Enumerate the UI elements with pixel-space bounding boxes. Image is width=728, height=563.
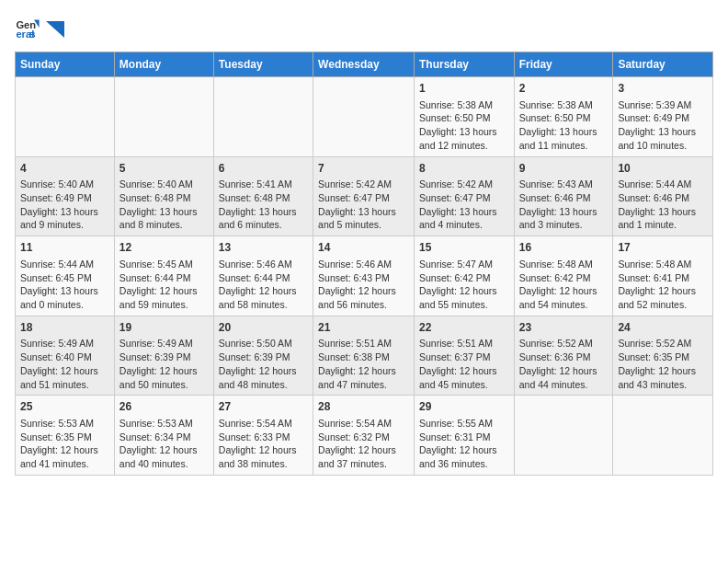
day-info: Sunrise: 5:54 AM Sunset: 6:32 PM Dayligh… [318, 417, 409, 471]
calendar-cell: 10Sunrise: 5:44 AM Sunset: 6:46 PM Dayli… [613, 156, 713, 236]
day-number: 22 [419, 320, 509, 336]
calendar-cell: 26Sunrise: 5:53 AM Sunset: 6:34 PM Dayli… [114, 396, 213, 476]
calendar-cell: 8Sunrise: 5:42 AM Sunset: 6:47 PM Daylig… [414, 156, 514, 236]
day-info: Sunrise: 5:55 AM Sunset: 6:31 PM Dayligh… [419, 417, 509, 471]
calendar-cell: 19Sunrise: 5:49 AM Sunset: 6:39 PM Dayli… [114, 316, 213, 396]
calendar-cell [213, 77, 313, 157]
day-number: 13 [219, 240, 308, 256]
header-day-wednesday: Wednesday [313, 52, 415, 77]
calendar-cell: 2Sunrise: 5:38 AM Sunset: 6:50 PM Daylig… [514, 77, 613, 157]
day-info: Sunrise: 5:49 AM Sunset: 6:39 PM Dayligh… [119, 337, 209, 391]
day-number: 23 [519, 320, 609, 336]
day-info: Sunrise: 5:40 AM Sunset: 6:48 PM Dayligh… [119, 178, 209, 232]
day-info: Sunrise: 5:42 AM Sunset: 6:47 PM Dayligh… [419, 178, 509, 232]
day-info: Sunrise: 5:51 AM Sunset: 6:38 PM Dayligh… [318, 337, 409, 391]
day-info: Sunrise: 5:53 AM Sunset: 6:35 PM Dayligh… [20, 417, 109, 471]
day-info: Sunrise: 5:48 AM Sunset: 6:42 PM Dayligh… [519, 258, 609, 312]
day-number: 7 [318, 161, 409, 177]
day-info: Sunrise: 5:52 AM Sunset: 6:36 PM Dayligh… [519, 337, 609, 391]
day-number: 8 [419, 161, 509, 177]
calendar-cell: 4Sunrise: 5:40 AM Sunset: 6:49 PM Daylig… [16, 156, 115, 236]
day-info: Sunrise: 5:44 AM Sunset: 6:46 PM Dayligh… [618, 178, 708, 232]
calendar-cell: 9Sunrise: 5:43 AM Sunset: 6:46 PM Daylig… [514, 156, 613, 236]
day-number: 15 [419, 240, 509, 256]
day-number: 27 [219, 399, 308, 415]
calendar-cell [514, 396, 613, 476]
day-info: Sunrise: 5:52 AM Sunset: 6:35 PM Dayligh… [618, 337, 708, 391]
day-info: Sunrise: 5:43 AM Sunset: 6:46 PM Dayligh… [519, 178, 609, 232]
day-info: Sunrise: 5:46 AM Sunset: 6:43 PM Dayligh… [318, 258, 409, 312]
day-number: 29 [419, 399, 509, 415]
day-number: 21 [318, 320, 409, 336]
calendar-cell: 22Sunrise: 5:51 AM Sunset: 6:37 PM Dayli… [414, 316, 514, 396]
day-number: 16 [519, 240, 609, 256]
calendar-cell: 20Sunrise: 5:50 AM Sunset: 6:39 PM Dayli… [213, 316, 313, 396]
header-day-monday: Monday [114, 52, 213, 77]
calendar-cell: 12Sunrise: 5:45 AM Sunset: 6:44 PM Dayli… [114, 236, 213, 316]
day-number: 19 [119, 320, 209, 336]
header-day-friday: Friday [514, 52, 613, 77]
day-number: 3 [618, 81, 708, 97]
week-row-3: 11Sunrise: 5:44 AM Sunset: 6:45 PM Dayli… [16, 236, 713, 316]
day-number: 2 [519, 81, 609, 97]
day-info: Sunrise: 5:42 AM Sunset: 6:47 PM Dayligh… [318, 178, 409, 232]
day-info: Sunrise: 5:53 AM Sunset: 6:34 PM Dayligh… [119, 417, 209, 471]
day-number: 9 [519, 161, 609, 177]
day-number: 17 [618, 240, 708, 256]
calendar-cell: 27Sunrise: 5:54 AM Sunset: 6:33 PM Dayli… [213, 396, 313, 476]
day-number: 24 [618, 320, 708, 336]
calendar-cell [16, 77, 115, 157]
header-day-saturday: Saturday [613, 52, 713, 77]
calendar-cell: 24Sunrise: 5:52 AM Sunset: 6:35 PM Dayli… [613, 316, 713, 396]
day-info: Sunrise: 5:44 AM Sunset: 6:45 PM Dayligh… [20, 258, 109, 312]
day-info: Sunrise: 5:46 AM Sunset: 6:44 PM Dayligh… [219, 258, 308, 312]
day-number: 28 [318, 399, 409, 415]
calendar-header: SundayMondayTuesdayWednesdayThursdayFrid… [16, 52, 713, 77]
svg-text:B: B [28, 29, 35, 40]
logo-icon: Gen eral B [15, 15, 40, 40]
day-number: 6 [219, 161, 308, 177]
week-row-1: 1Sunrise: 5:38 AM Sunset: 6:50 PM Daylig… [16, 77, 713, 157]
calendar-body: 1Sunrise: 5:38 AM Sunset: 6:50 PM Daylig… [16, 77, 713, 476]
calendar-table: SundayMondayTuesdayWednesdayThursdayFrid… [15, 52, 713, 476]
calendar-cell: 7Sunrise: 5:42 AM Sunset: 6:47 PM Daylig… [313, 156, 415, 236]
day-info: Sunrise: 5:41 AM Sunset: 6:48 PM Dayligh… [219, 178, 308, 232]
week-row-5: 25Sunrise: 5:53 AM Sunset: 6:35 PM Dayli… [16, 396, 713, 476]
page-header: Gen eral B [15, 15, 713, 40]
calendar-cell: 15Sunrise: 5:47 AM Sunset: 6:42 PM Dayli… [414, 236, 514, 316]
day-info: Sunrise: 5:47 AM Sunset: 6:42 PM Dayligh… [419, 258, 509, 312]
day-info: Sunrise: 5:40 AM Sunset: 6:49 PM Dayligh… [20, 178, 109, 232]
day-number: 5 [119, 161, 209, 177]
svg-marker-4 [46, 21, 64, 38]
day-info: Sunrise: 5:50 AM Sunset: 6:39 PM Dayligh… [219, 337, 308, 391]
calendar-cell: 25Sunrise: 5:53 AM Sunset: 6:35 PM Dayli… [16, 396, 115, 476]
calendar-cell: 18Sunrise: 5:49 AM Sunset: 6:40 PM Dayli… [16, 316, 115, 396]
day-info: Sunrise: 5:51 AM Sunset: 6:37 PM Dayligh… [419, 337, 509, 391]
calendar-cell: 29Sunrise: 5:55 AM Sunset: 6:31 PM Dayli… [414, 396, 514, 476]
calendar-cell: 23Sunrise: 5:52 AM Sunset: 6:36 PM Dayli… [514, 316, 613, 396]
calendar-cell: 16Sunrise: 5:48 AM Sunset: 6:42 PM Dayli… [514, 236, 613, 316]
calendar-cell: 21Sunrise: 5:51 AM Sunset: 6:38 PM Dayli… [313, 316, 415, 396]
day-number: 25 [20, 399, 109, 415]
calendar-cell: 11Sunrise: 5:44 AM Sunset: 6:45 PM Dayli… [16, 236, 115, 316]
day-number: 1 [419, 81, 509, 97]
day-info: Sunrise: 5:54 AM Sunset: 6:33 PM Dayligh… [219, 417, 308, 471]
day-number: 18 [20, 320, 109, 336]
logo: Gen eral B [15, 15, 64, 40]
calendar-cell: 17Sunrise: 5:48 AM Sunset: 6:41 PM Dayli… [613, 236, 713, 316]
day-number: 4 [20, 161, 109, 177]
day-info: Sunrise: 5:49 AM Sunset: 6:40 PM Dayligh… [20, 337, 109, 391]
calendar-cell: 28Sunrise: 5:54 AM Sunset: 6:32 PM Dayli… [313, 396, 415, 476]
calendar-cell: 14Sunrise: 5:46 AM Sunset: 6:43 PM Dayli… [313, 236, 415, 316]
day-info: Sunrise: 5:39 AM Sunset: 6:49 PM Dayligh… [618, 98, 708, 153]
calendar-cell [313, 77, 415, 157]
week-row-4: 18Sunrise: 5:49 AM Sunset: 6:40 PM Dayli… [16, 316, 713, 396]
day-info: Sunrise: 5:38 AM Sunset: 6:50 PM Dayligh… [419, 98, 509, 153]
day-number: 20 [219, 320, 308, 336]
header-day-tuesday: Tuesday [213, 52, 313, 77]
header-day-sunday: Sunday [16, 52, 115, 77]
calendar-cell: 13Sunrise: 5:46 AM Sunset: 6:44 PM Dayli… [213, 236, 313, 316]
calendar-cell [613, 396, 713, 476]
header-day-thursday: Thursday [414, 52, 514, 77]
calendar-cell: 6Sunrise: 5:41 AM Sunset: 6:48 PM Daylig… [213, 156, 313, 236]
